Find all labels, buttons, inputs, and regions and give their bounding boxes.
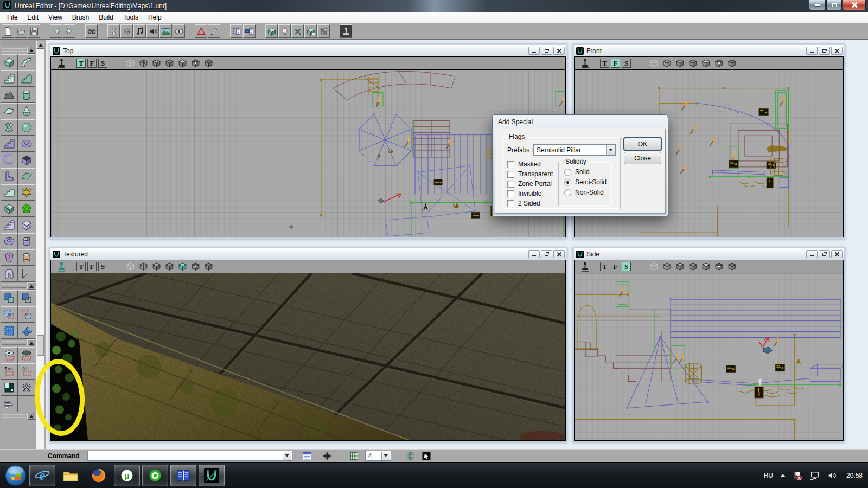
combo-arrow-icon[interactable] <box>606 145 615 155</box>
texture-pan-button[interactable] <box>304 24 317 38</box>
ok-button[interactable]: OK <box>624 138 661 150</box>
zone-portal-mode-button[interactable] <box>138 262 149 271</box>
actor-class-browser-button[interactable] <box>107 24 120 38</box>
stair-builder-3-button[interactable] <box>1 184 18 201</box>
new-map-button[interactable] <box>2 24 14 38</box>
zone-portal-mode-button[interactable] <box>662 59 672 68</box>
sphere-view-button[interactable] <box>405 451 416 461</box>
close-button[interactable] <box>843 0 866 10</box>
deselect-all-button[interactable] <box>18 380 35 396</box>
view-mode-f-button[interactable]: F <box>611 262 620 271</box>
viewport-textured-titlebar[interactable]: Textured <box>50 248 566 260</box>
vp-minimize-button[interactable] <box>806 47 818 55</box>
csg-intersect-button[interactable] <box>1 306 18 323</box>
joystick-icon[interactable] <box>581 261 589 272</box>
log-window-button[interactable] <box>301 451 313 461</box>
view-mode-f-button[interactable]: F <box>87 59 97 68</box>
radio-icon[interactable] <box>564 169 571 176</box>
taskbar-clock[interactable]: 20:58 <box>846 472 863 479</box>
checkbox-icon[interactable] <box>507 181 514 188</box>
window-titlebar[interactable]: Unreal Editor - [D:\Games\UnrealEditing\… <box>0 0 868 12</box>
insert-brush-button[interactable]: Ins <box>1 363 18 380</box>
dynamic-light-mode-button[interactable] <box>203 262 214 271</box>
view-mode-f-button[interactable]: F <box>611 59 620 68</box>
redo-button[interactable] <box>63 24 75 38</box>
checkbox-masked[interactable]: Masked <box>507 160 541 168</box>
dynamic-light-mode-button[interactable] <box>727 262 737 271</box>
vp-restore-button[interactable] <box>541 47 552 55</box>
csg-subtract-button[interactable] <box>18 290 35 306</box>
checkbox-icon[interactable] <box>507 171 514 178</box>
utorrent-taskbar-button[interactable]: µ <box>114 465 140 486</box>
network-button[interactable] <box>809 471 820 480</box>
invert-selection-button[interactable] <box>1 380 18 396</box>
collapse-group-button[interactable] <box>27 413 35 420</box>
dialog-titlebar[interactable]: Add Special <box>493 115 668 129</box>
textured-mode-button[interactable] <box>177 59 188 68</box>
collapse-group-button[interactable] <box>27 47 35 54</box>
viewport-textured-canvas[interactable] <box>51 273 565 440</box>
cube-builder-button[interactable] <box>1 54 18 70</box>
viewport-top-canvas[interactable] <box>51 70 565 237</box>
linear-stair-builder-button[interactable] <box>18 70 35 87</box>
grid-snap-button[interactable] <box>349 451 360 461</box>
view-mode-t-button[interactable]: T <box>76 59 86 68</box>
vp-minimize-button[interactable] <box>528 250 540 258</box>
actor-properties-button[interactable] <box>230 24 242 38</box>
close-dialog-button[interactable]: Close <box>624 152 661 164</box>
checkbox-icon[interactable] <box>507 200 514 207</box>
menu-help[interactable]: Help <box>143 12 167 22</box>
menu-brush[interactable]: Brush <box>67 12 94 22</box>
csg-add-button[interactable] <box>1 290 18 306</box>
checkbox-icon[interactable] <box>507 190 514 197</box>
radio-semi-solid[interactable]: Semi-Solid <box>564 178 607 186</box>
search-actors-button[interactable] <box>85 24 98 38</box>
radio-selected-icon[interactable] <box>564 179 571 186</box>
collapse-group-button[interactable] <box>27 339 35 346</box>
view-mode-s-button[interactable]: S <box>98 59 107 68</box>
menu-file[interactable]: File <box>2 12 22 22</box>
menu-build[interactable]: Build <box>94 12 118 22</box>
book-app-taskbar-button[interactable] <box>170 465 196 486</box>
vp-close-button[interactable] <box>831 47 843 55</box>
menu-tools[interactable]: Tools <box>118 12 143 22</box>
mesh-browser-button[interactable] <box>173 24 185 38</box>
radio-icon[interactable] <box>564 189 571 196</box>
sheet-builder-2-button[interactable] <box>18 168 35 184</box>
wireframe-mode-button[interactable] <box>125 59 136 68</box>
viewport-side-canvas[interactable] <box>575 273 843 440</box>
lighting-only-mode-button[interactable] <box>190 59 201 68</box>
radio-solid[interactable]: Solid <box>564 168 590 176</box>
arch-builder-button[interactable] <box>1 266 18 282</box>
menu-edit[interactable]: Edit <box>22 12 43 22</box>
hide-selected-button[interactable] <box>18 347 35 363</box>
radio-non-solid[interactable]: Non-Solid <box>564 189 604 196</box>
cylinder-segment-builder-button[interactable] <box>18 233 35 249</box>
align-brushes-button[interactable]: Al <box>18 363 35 380</box>
curved-stair-builder-button[interactable] <box>18 54 35 70</box>
star-builder-button[interactable] <box>18 184 35 201</box>
lighting-only-mode-button[interactable] <box>714 59 724 68</box>
show-selected-button[interactable] <box>1 347 18 363</box>
volume-button[interactable] <box>827 471 837 480</box>
combo-arrow-icon[interactable] <box>283 452 291 460</box>
view-mode-f-button[interactable]: F <box>87 262 97 271</box>
bsp-cuts-mode-button[interactable] <box>164 262 175 271</box>
question-builder-button[interactable]: ? <box>1 249 18 266</box>
checkbox-icon[interactable] <box>507 161 514 168</box>
open-map-button[interactable] <box>15 24 27 38</box>
level-properties-button[interactable] <box>243 24 256 38</box>
spiral-stair-builder-button[interactable] <box>1 70 18 87</box>
vp-close-button[interactable] <box>553 250 565 258</box>
volumetric-builder-button[interactable] <box>1 119 18 136</box>
combo-arrow-icon[interactable] <box>381 452 390 460</box>
undo-button[interactable] <box>50 24 62 38</box>
stair-builder-2-button[interactable] <box>1 136 18 152</box>
torus-builder-button[interactable] <box>18 136 35 152</box>
view-mode-s-button[interactable]: S <box>622 59 631 68</box>
sidebar-scrollbar[interactable] <box>36 41 44 462</box>
view-mode-s-button[interactable]: S <box>622 262 631 271</box>
sound-browser-button[interactable] <box>146 24 159 38</box>
wireframe-mode-button[interactable] <box>125 262 136 271</box>
vp-restore-button[interactable] <box>819 47 830 55</box>
